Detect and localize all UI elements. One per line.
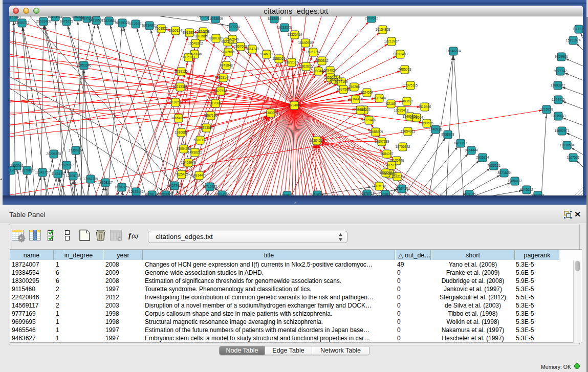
svg-text:46578713: 46578713 xyxy=(360,192,375,195)
svg-text:1615112: 1615112 xyxy=(385,163,398,167)
svg-text:16107553: 16107553 xyxy=(168,100,183,104)
svg-text:1167533: 1167533 xyxy=(567,156,580,159)
svg-text:10654112: 10654112 xyxy=(508,179,522,183)
svg-text:9327508: 9327508 xyxy=(194,34,208,38)
svg-text:12342757: 12342757 xyxy=(35,170,50,174)
svg-text:317006: 317006 xyxy=(210,101,221,105)
svg-text:15409948: 15409948 xyxy=(181,161,196,164)
svg-text:9896103: 9896103 xyxy=(182,55,195,59)
svg-text:20364436: 20364436 xyxy=(349,97,363,101)
svg-text:93103413: 93103413 xyxy=(48,16,63,18)
svg-text:9146821: 9146821 xyxy=(260,52,273,56)
svg-text:6475255: 6475255 xyxy=(60,19,73,23)
svg-text:1362615: 1362615 xyxy=(299,64,313,68)
svg-text:8938928: 8938928 xyxy=(441,133,454,136)
svg-text:14938222: 14938222 xyxy=(188,150,203,154)
svg-text:26053346: 26053346 xyxy=(77,63,92,67)
svg-text:96965328: 96965328 xyxy=(115,21,130,25)
svg-text:9242848: 9242848 xyxy=(220,63,233,67)
svg-text:8427552: 8427552 xyxy=(214,89,227,93)
svg-text:1990444: 1990444 xyxy=(312,69,325,73)
svg-text:17957255: 17957255 xyxy=(83,177,98,181)
svg-text:9777169: 9777169 xyxy=(335,80,348,83)
svg-text:16782759: 16782759 xyxy=(115,185,129,189)
svg-text:19654923: 19654923 xyxy=(401,129,416,133)
svg-text:7955812: 7955812 xyxy=(315,59,329,62)
svg-text:9463627: 9463627 xyxy=(400,99,413,103)
svg-text:1733426: 1733426 xyxy=(395,187,408,190)
svg-text:746266: 746266 xyxy=(349,85,360,89)
svg-text:10973493: 10973493 xyxy=(393,52,408,56)
svg-text:9684067: 9684067 xyxy=(380,152,394,156)
svg-text:8822037: 8822037 xyxy=(285,60,298,64)
svg-text:3911253: 3911253 xyxy=(10,168,17,172)
svg-text:9227342: 9227342 xyxy=(554,69,567,73)
svg-text:17004788: 17004788 xyxy=(177,147,191,150)
svg-text:8912954: 8912954 xyxy=(183,31,196,34)
svg-text:14914479: 14914479 xyxy=(192,173,207,177)
svg-text:16961758: 16961758 xyxy=(306,50,321,54)
svg-text:16120746: 16120746 xyxy=(389,159,404,162)
svg-text:16033809: 16033809 xyxy=(208,17,223,20)
svg-text:20691406: 20691406 xyxy=(36,19,51,23)
svg-text:7485063: 7485063 xyxy=(398,68,411,71)
svg-text:13325419: 13325419 xyxy=(288,33,302,36)
svg-text:7625402: 7625402 xyxy=(175,172,188,176)
svg-text:8186328: 8186328 xyxy=(209,36,223,40)
svg-text:16648784: 16648784 xyxy=(446,49,461,53)
svg-text:1952244: 1952244 xyxy=(379,171,393,174)
svg-text:10807487: 10807487 xyxy=(372,96,387,100)
svg-text:2546546: 2546546 xyxy=(226,37,239,41)
svg-text:3267130: 3267130 xyxy=(204,114,217,117)
svg-text:9245652: 9245652 xyxy=(520,188,533,191)
svg-text:12213967: 12213967 xyxy=(384,39,399,43)
svg-text:3215958: 3215958 xyxy=(540,107,553,111)
svg-text:12156829: 12156829 xyxy=(20,168,35,172)
svg-text:7357224: 7357224 xyxy=(227,25,240,29)
svg-text:8660124: 8660124 xyxy=(169,29,182,32)
svg-text:8471626: 8471626 xyxy=(497,171,511,174)
svg-text:12213369: 12213369 xyxy=(173,85,188,89)
svg-text:5226058: 5226058 xyxy=(197,30,210,33)
svg-text:9115460: 9115460 xyxy=(419,105,431,108)
svg-text:19975897: 19975897 xyxy=(59,163,74,167)
svg-text:18807289: 18807289 xyxy=(375,140,389,143)
svg-text:1916685: 1916685 xyxy=(175,130,188,134)
svg-text:72423884: 72423884 xyxy=(102,19,117,23)
svg-text:62160: 62160 xyxy=(386,102,396,105)
svg-text:6794024: 6794024 xyxy=(323,69,337,72)
svg-text:14055712: 14055712 xyxy=(15,21,30,25)
svg-text:8813054: 8813054 xyxy=(268,17,281,20)
svg-text:18756928: 18756928 xyxy=(396,145,410,148)
svg-text:15692971: 15692971 xyxy=(555,129,570,133)
svg-text:12353594: 12353594 xyxy=(199,126,214,129)
svg-text:19654982: 19654982 xyxy=(171,116,186,120)
svg-text:10122691: 10122691 xyxy=(128,22,143,26)
svg-text:2087682: 2087682 xyxy=(365,16,378,20)
svg-text:7986372: 7986372 xyxy=(354,108,367,112)
svg-text:19218506: 19218506 xyxy=(277,26,292,29)
svg-text:16543362: 16543362 xyxy=(188,41,203,45)
svg-text:2803144: 2803144 xyxy=(216,76,230,79)
svg-text:1640935: 1640935 xyxy=(429,127,442,131)
svg-text:7632621: 7632621 xyxy=(487,164,500,167)
svg-text:1117234: 1117234 xyxy=(573,27,583,31)
svg-text:1588520: 1588520 xyxy=(272,57,286,60)
svg-text:20206535: 20206535 xyxy=(47,152,61,156)
svg-text:252214: 252214 xyxy=(391,174,403,178)
svg-text:9474444: 9474444 xyxy=(465,148,478,152)
svg-text:15751074: 15751074 xyxy=(566,38,581,42)
svg-text:12505135: 12505135 xyxy=(66,174,81,178)
svg-text:9457791: 9457791 xyxy=(168,184,181,187)
svg-text:9129966: 9129966 xyxy=(555,55,568,58)
svg-text:5878312: 5878312 xyxy=(193,138,207,142)
svg-text:10688609: 10688609 xyxy=(368,130,383,134)
svg-text:12923446: 12923446 xyxy=(129,190,144,193)
svg-text:10958117: 10958117 xyxy=(98,181,113,184)
svg-text:14136141: 14136141 xyxy=(372,184,387,188)
svg-text:1349564: 1349564 xyxy=(410,116,423,119)
svg-text:17975115: 17975115 xyxy=(403,83,418,87)
svg-text:(x): (x) xyxy=(132,233,138,239)
svg-text:1145191: 1145191 xyxy=(52,172,64,176)
svg-text:2867608: 2867608 xyxy=(234,45,247,48)
